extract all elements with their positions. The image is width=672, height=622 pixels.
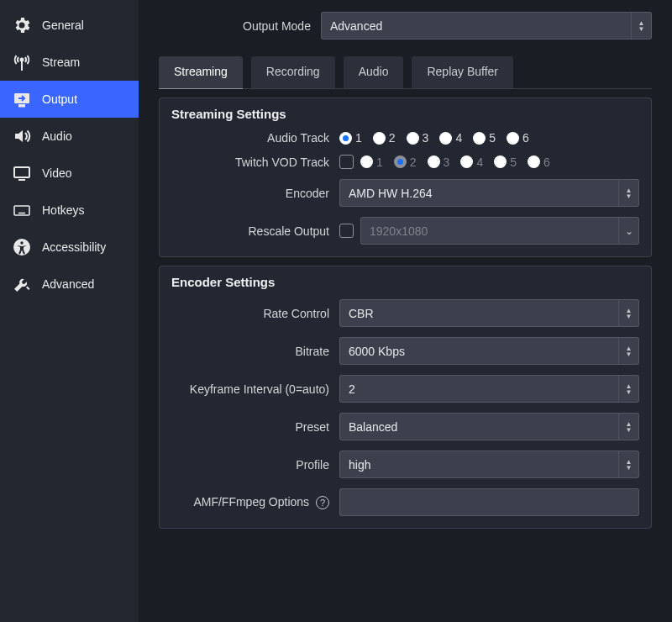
sidebar-item-hotkeys[interactable]: Hotkeys (0, 192, 139, 229)
bitrate-stepper[interactable]: 6000 Kbps ▲▼ (339, 337, 639, 365)
sidebar-item-label: General (42, 18, 84, 32)
vod-radio-1[interactable] (360, 156, 373, 168)
sidebar-item-label: Advanced (42, 277, 94, 291)
encoder-select[interactable]: AMD HW H.264 ▲▼ (339, 179, 639, 207)
keyframe-label: Keyframe Interval (0=auto) (171, 382, 339, 396)
vod-radio-3[interactable] (428, 156, 440, 168)
twitch-vod-group: 1 2 3 4 5 6 (360, 156, 639, 169)
twitch-vod-checkbox[interactable] (339, 155, 354, 169)
sidebar-item-video[interactable]: Video (0, 155, 139, 192)
sidebar-item-audio[interactable]: Audio (0, 118, 139, 155)
profile-value: high (349, 458, 370, 472)
profile-select[interactable]: high ▲▼ (339, 451, 639, 478)
monitor-icon (12, 163, 32, 183)
sidebar-item-label: Video (42, 166, 72, 180)
svg-point-19 (20, 241, 23, 244)
rate-control-select[interactable]: CBR ▲▼ (339, 299, 639, 327)
updown-icon: ▲▼ (618, 338, 638, 364)
keyframe-value: 2 (349, 382, 355, 396)
output-tabs: Streaming Recording Audio Replay Buffer (159, 56, 652, 89)
updown-icon: ▲▼ (631, 13, 651, 39)
amf-input[interactable] (339, 488, 639, 516)
bitrate-value: 6000 Kbps (349, 345, 405, 358)
keyboard-icon (12, 200, 32, 220)
streaming-settings-heading: Streaming Settings (171, 107, 639, 121)
updown-icon: ▲▼ (618, 180, 638, 206)
audio-track-radio-5[interactable] (473, 132, 486, 145)
output-mode-label: Output Mode (243, 19, 311, 33)
audio-track-radio-3[interactable] (407, 132, 419, 145)
help-icon[interactable]: ? (316, 496, 329, 509)
updown-icon: ▲▼ (618, 414, 638, 440)
bitrate-label: Bitrate (171, 345, 339, 358)
sidebar-item-output[interactable]: Output (0, 81, 139, 118)
sidebar-item-label: Accessibility (42, 240, 106, 254)
sidebar-item-label: Hotkeys (42, 203, 85, 217)
audio-track-group: 1 2 3 4 5 6 (339, 131, 639, 145)
encoder-settings-heading: Encoder Settings (171, 275, 639, 289)
updown-icon: ▲▼ (618, 300, 638, 326)
chevron-down-icon: ▲⌄ (618, 218, 638, 244)
sidebar-item-label: Audio (42, 129, 72, 143)
output-icon (12, 89, 32, 109)
audio-track-radio-2[interactable] (373, 132, 386, 145)
vod-radio-5[interactable] (494, 156, 507, 168)
output-mode-value: Advanced (330, 19, 382, 33)
rescale-value: 1920x1080 (370, 224, 428, 238)
updown-icon: ▲▼ (618, 376, 638, 402)
amf-label: AMF/FFmpeg Options ? (171, 495, 339, 509)
streaming-settings-section: Streaming Settings Audio Track 1 2 3 4 5… (159, 98, 652, 257)
encoder-settings-section: Encoder Settings Rate Control CBR ▲▼ Bit… (159, 266, 652, 529)
encoder-value: AMD HW H.264 (349, 187, 433, 200)
tab-replay-buffer[interactable]: Replay Buffer (412, 56, 513, 88)
tab-audio[interactable]: Audio (344, 56, 404, 88)
audio-track-radio-4[interactable] (439, 132, 452, 145)
keyframe-stepper[interactable]: 2 ▲▼ (339, 375, 639, 403)
speaker-icon (12, 126, 32, 146)
preset-select[interactable]: Balanced ▲▼ (339, 413, 639, 440)
preset-label: Preset (171, 420, 339, 434)
rate-control-value: CBR (349, 307, 374, 320)
svg-rect-4 (14, 167, 29, 177)
rate-control-label: Rate Control (171, 307, 339, 320)
main-content: Output Mode Advanced ▲▼ Streaming Record… (139, 0, 672, 622)
audio-track-radio-6[interactable] (507, 132, 519, 145)
output-mode-select[interactable]: Advanced ▲▼ (321, 12, 652, 40)
preset-value: Balanced (349, 420, 397, 434)
tools-icon (12, 274, 32, 294)
audio-track-radio-1[interactable] (339, 132, 352, 145)
vod-radio-4[interactable] (460, 156, 473, 168)
sidebar-item-general[interactable]: General (0, 7, 139, 44)
encoder-label: Encoder (171, 187, 339, 200)
rescale-label: Rescale Output (171, 224, 339, 238)
tab-streaming[interactable]: Streaming (159, 56, 243, 88)
profile-label: Profile (171, 458, 339, 472)
rescale-checkbox[interactable] (339, 224, 354, 238)
accessibility-icon (12, 237, 32, 257)
sidebar-item-advanced[interactable]: Advanced (0, 266, 139, 303)
vod-radio-2[interactable] (394, 156, 407, 168)
settings-sidebar: General Stream Output Audio Video Hotkey… (0, 0, 139, 622)
sidebar-item-accessibility[interactable]: Accessibility (0, 229, 139, 266)
updown-icon: ▲▼ (618, 451, 638, 477)
svg-rect-6 (14, 206, 29, 215)
sidebar-item-stream[interactable]: Stream (0, 44, 139, 81)
svg-rect-3 (19, 105, 24, 107)
gear-icon (12, 15, 32, 35)
sidebar-item-label: Output (42, 92, 77, 106)
antenna-icon (12, 52, 32, 72)
vod-radio-6[interactable] (528, 156, 540, 168)
rescale-select[interactable]: 1920x1080 ▲⌄ (360, 217, 639, 245)
tab-recording[interactable]: Recording (251, 56, 335, 88)
audio-track-label: Audio Track (171, 131, 339, 145)
twitch-vod-label: Twitch VOD Track (171, 156, 339, 169)
sidebar-item-label: Stream (42, 55, 80, 69)
